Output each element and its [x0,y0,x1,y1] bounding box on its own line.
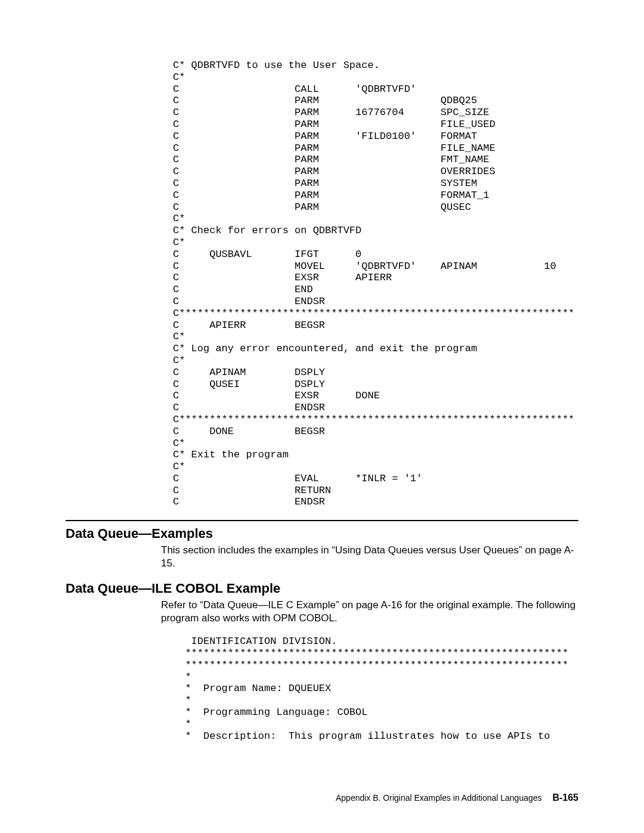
section-paragraph-1: This section includes the examples in “U… [66,544,578,570]
page-footer: Appendix B. Original Examples in Additio… [336,792,578,803]
footer-text: Appendix B. Original Examples in Additio… [336,793,542,803]
section-divider [66,520,578,521]
cobol-code-block: IDENTIFICATION DIVISION. ***************… [66,636,578,742]
section-heading-data-queue-examples: Data Queue—Examples [66,526,578,541]
page-number: B-165 [552,792,578,803]
section-paragraph-2: Refer to “Data Queue—ILE C Example” on p… [66,599,578,625]
section-heading-ile-cobol: Data Queue—ILE COBOL Example [66,581,578,596]
rpg-code-block: C* QDBRTVFD to use the User Space. C* C … [66,60,578,508]
page-container: C* QDBRTVFD to use the User Space. C* C … [0,0,644,833]
